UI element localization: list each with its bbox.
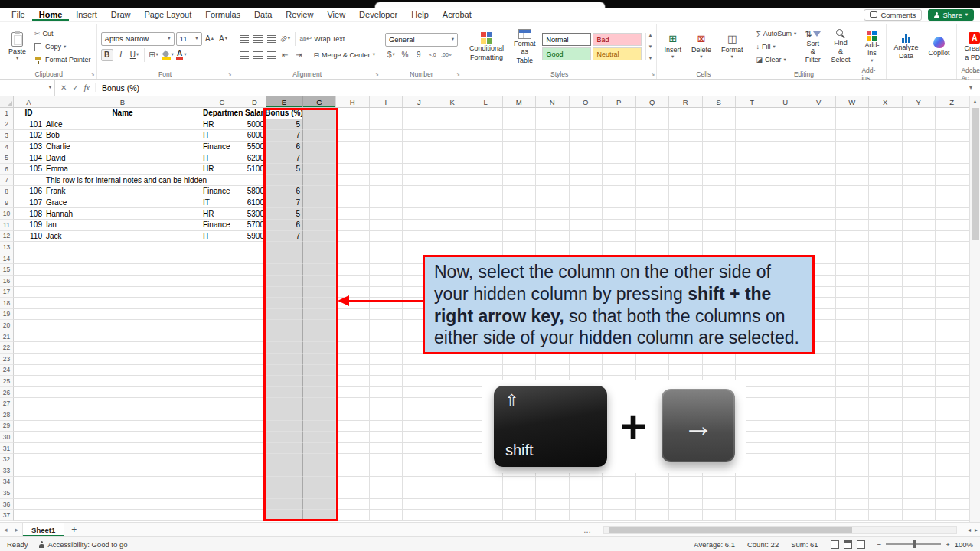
row-header-3[interactable]: 3 <box>0 130 14 142</box>
cell-A30[interactable] <box>14 432 44 443</box>
cell-J36[interactable] <box>403 499 436 510</box>
cell-T2[interactable] <box>736 119 769 131</box>
cell-H12[interactable] <box>336 231 370 243</box>
cell-Q24[interactable] <box>636 365 670 377</box>
cell-T9[interactable] <box>736 197 769 209</box>
cancel-icon[interactable]: ✕ <box>60 83 67 92</box>
cell-C28[interactable] <box>201 409 243 421</box>
cell-X28[interactable] <box>869 409 903 421</box>
cell-U35[interactable] <box>769 487 803 499</box>
cell-P5[interactable] <box>603 152 636 164</box>
cell-V26[interactable] <box>802 387 836 399</box>
cell-J24[interactable] <box>403 365 436 377</box>
cell-X20[interactable] <box>869 320 903 331</box>
cell-B25[interactable] <box>44 376 201 387</box>
cell-H20[interactable] <box>336 320 370 331</box>
cell-A27[interactable] <box>14 398 44 409</box>
cell-Z7[interactable] <box>936 175 969 187</box>
cell-V29[interactable] <box>802 421 836 432</box>
cell-U11[interactable] <box>769 220 803 231</box>
cell-S8[interactable] <box>703 186 737 197</box>
cell-C13[interactable] <box>201 242 243 253</box>
accessibility-status[interactable]: Accessibility: Good to go <box>38 540 127 549</box>
cell-style-bad[interactable]: Bad <box>593 33 642 46</box>
cell-S7[interactable] <box>703 175 737 187</box>
cell-W28[interactable] <box>836 409 870 421</box>
cell-Z29[interactable] <box>936 421 969 432</box>
cell-A25[interactable] <box>14 376 44 387</box>
cell-P4[interactable] <box>603 142 636 153</box>
cell-W35[interactable] <box>836 487 870 499</box>
cell-Y17[interactable] <box>903 287 936 298</box>
cell-X10[interactable] <box>869 208 903 220</box>
cell-U31[interactable] <box>769 443 803 455</box>
cell-Y27[interactable] <box>903 398 936 409</box>
cell-X26[interactable] <box>869 387 903 399</box>
increase-indent-button[interactable]: ⇥ <box>293 49 305 61</box>
cell-A22[interactable] <box>14 342 44 354</box>
cell-W4[interactable] <box>836 142 870 153</box>
cell-B6[interactable]: Emma <box>44 164 201 175</box>
cell-Y19[interactable] <box>903 309 936 321</box>
cell-L6[interactable] <box>469 164 503 175</box>
cell-S36[interactable] <box>703 499 737 510</box>
cell-A24[interactable] <box>14 365 44 377</box>
cell-K32[interactable] <box>436 454 470 465</box>
cell-C32[interactable] <box>201 454 243 465</box>
cell-Z17[interactable] <box>936 287 969 298</box>
row-header-24[interactable]: 24 <box>0 365 14 377</box>
cell-B20[interactable] <box>44 320 201 331</box>
cell-P9[interactable] <box>603 197 636 209</box>
cell-H4[interactable] <box>336 142 370 153</box>
cell-N35[interactable] <box>536 487 570 499</box>
decrease-decimal-button[interactable]: .00» <box>440 49 452 61</box>
cell-K9[interactable] <box>436 197 470 209</box>
cell-O11[interactable] <box>570 220 603 231</box>
cell-Y1[interactable] <box>903 108 936 119</box>
cell-M36[interactable] <box>503 499 537 510</box>
cell-O34[interactable] <box>570 477 603 488</box>
number-dialog-launcher[interactable]: ↘ <box>456 71 460 77</box>
cell-O6[interactable] <box>570 164 603 175</box>
cell-Z25[interactable] <box>936 376 969 387</box>
cell-W20[interactable] <box>836 320 870 331</box>
cell-C17[interactable] <box>201 287 243 298</box>
gallery-up-icon[interactable]: ▲ <box>648 33 652 37</box>
cell-O1[interactable] <box>570 108 603 119</box>
cell-Z30[interactable] <box>936 432 969 443</box>
cell-Z6[interactable] <box>936 164 969 175</box>
cell-C29[interactable] <box>201 421 243 432</box>
cell-U8[interactable] <box>769 186 803 197</box>
cell-U23[interactable] <box>769 354 803 365</box>
vertical-scrollbar[interactable]: ▲ <box>969 96 980 522</box>
cell-C27[interactable] <box>201 398 243 409</box>
cell-R24[interactable] <box>669 365 703 377</box>
col-header-O[interactable]: O <box>570 96 603 107</box>
cell-N12[interactable] <box>536 231 570 243</box>
cell-S3[interactable] <box>703 130 737 142</box>
col-header-D[interactable]: D <box>243 96 266 107</box>
add-sheet-button[interactable]: + <box>71 524 77 535</box>
row-header-5[interactable]: 5 <box>0 152 14 164</box>
cell-W30[interactable] <box>836 432 870 443</box>
cell-L13[interactable] <box>469 242 503 253</box>
cell-J10[interactable] <box>403 208 436 220</box>
cell-X2[interactable] <box>869 119 903 131</box>
cell-P37[interactable] <box>603 510 636 521</box>
cell-J26[interactable] <box>403 387 436 399</box>
cell-Q12[interactable] <box>636 231 670 243</box>
row-header-36[interactable]: 36 <box>0 499 14 510</box>
cell-H36[interactable] <box>336 499 370 510</box>
cell-W24[interactable] <box>836 365 870 377</box>
cell-U26[interactable] <box>769 387 803 399</box>
vertical-scrollbar-thumb[interactable] <box>972 108 979 240</box>
cell-Q10[interactable] <box>636 208 670 220</box>
cell-T10[interactable] <box>736 208 769 220</box>
cell-T37[interactable] <box>736 510 769 521</box>
cell-K5[interactable] <box>436 152 470 164</box>
zoom-in-icon[interactable]: + <box>946 540 950 549</box>
cell-H21[interactable] <box>336 331 370 343</box>
cell-W25[interactable] <box>836 376 870 387</box>
cell-Q35[interactable] <box>636 487 670 499</box>
row-header-33[interactable]: 33 <box>0 465 14 477</box>
